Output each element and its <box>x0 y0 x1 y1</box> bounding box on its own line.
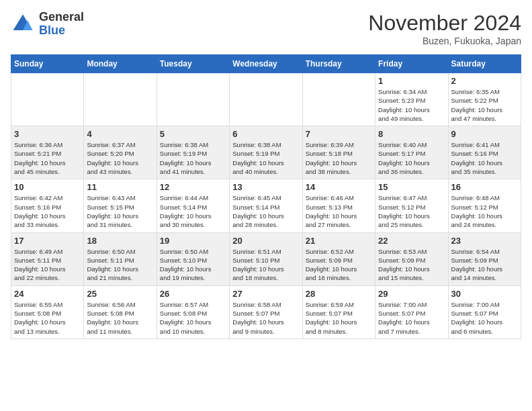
day-info: Sunrise: 6:47 AM Sunset: 5:12 PM Dayligh… <box>378 193 445 229</box>
day-info: Sunrise: 6:59 AM Sunset: 5:07 PM Dayligh… <box>306 300 372 336</box>
page-header: General Blue November 2024 Buzen, Fukuok… <box>11 11 521 46</box>
day-info: Sunrise: 6:38 AM Sunset: 5:19 PM Dayligh… <box>160 140 226 176</box>
day-number: 26 <box>160 289 226 299</box>
calendar-cell: 18Sunrise: 6:50 AM Sunset: 5:11 PM Dayli… <box>84 232 157 285</box>
day-info: Sunrise: 6:37 AM Sunset: 5:20 PM Dayligh… <box>87 140 153 176</box>
day-info: Sunrise: 6:41 AM Sunset: 5:16 PM Dayligh… <box>451 140 518 176</box>
calendar-col-header: Tuesday <box>157 55 229 73</box>
day-number: 24 <box>14 289 81 299</box>
day-info: Sunrise: 6:45 AM Sunset: 5:14 PM Dayligh… <box>232 193 299 229</box>
day-number: 19 <box>160 236 226 246</box>
day-info: Sunrise: 6:52 AM Sunset: 5:09 PM Dayligh… <box>306 247 372 283</box>
calendar-cell: 6Sunrise: 6:38 AM Sunset: 5:19 PM Daylig… <box>230 126 302 179</box>
day-info: Sunrise: 6:46 AM Sunset: 5:13 PM Dayligh… <box>306 193 372 229</box>
calendar-cell: 5Sunrise: 6:38 AM Sunset: 5:19 PM Daylig… <box>157 126 229 179</box>
logo-icon <box>11 12 35 36</box>
day-number: 5 <box>160 129 226 139</box>
location-subtitle: Buzen, Fukuoka, Japan <box>368 36 521 46</box>
day-number: 4 <box>87 129 153 139</box>
calendar-cell: 8Sunrise: 6:40 AM Sunset: 5:17 PM Daylig… <box>375 126 448 179</box>
day-number: 7 <box>306 129 372 139</box>
calendar-cell: 14Sunrise: 6:46 AM Sunset: 5:13 PM Dayli… <box>302 179 375 232</box>
day-info: Sunrise: 7:00 AM Sunset: 5:07 PM Dayligh… <box>378 300 445 336</box>
day-info: Sunrise: 6:36 AM Sunset: 5:21 PM Dayligh… <box>14 140 81 176</box>
calendar-cell <box>84 73 157 126</box>
calendar-cell: 17Sunrise: 6:49 AM Sunset: 5:11 PM Dayli… <box>11 232 84 285</box>
day-number: 17 <box>14 236 81 246</box>
day-number: 9 <box>451 129 518 139</box>
day-number: 30 <box>451 289 518 299</box>
day-number: 1 <box>378 76 445 86</box>
day-number: 3 <box>14 129 81 139</box>
calendar-col-header: Friday <box>375 55 448 73</box>
day-info: Sunrise: 6:57 AM Sunset: 5:08 PM Dayligh… <box>160 300 226 336</box>
title-block: November 2024 Buzen, Fukuoka, Japan <box>368 11 521 46</box>
day-number: 15 <box>378 182 445 192</box>
day-info: Sunrise: 6:58 AM Sunset: 5:07 PM Dayligh… <box>232 300 299 336</box>
calendar-col-header: Thursday <box>302 55 375 73</box>
day-info: Sunrise: 6:34 AM Sunset: 5:23 PM Dayligh… <box>378 87 445 123</box>
calendar-cell <box>157 73 229 126</box>
logo: General Blue <box>11 11 84 38</box>
day-info: Sunrise: 6:40 AM Sunset: 5:17 PM Dayligh… <box>378 140 445 176</box>
calendar-cell: 30Sunrise: 7:00 AM Sunset: 5:07 PM Dayli… <box>448 285 521 338</box>
day-info: Sunrise: 6:35 AM Sunset: 5:22 PM Dayligh… <box>451 87 518 123</box>
calendar-cell: 7Sunrise: 6:39 AM Sunset: 5:18 PM Daylig… <box>302 126 375 179</box>
calendar-cell: 24Sunrise: 6:55 AM Sunset: 5:08 PM Dayli… <box>11 285 84 338</box>
day-number: 14 <box>306 182 372 192</box>
day-number: 10 <box>14 182 81 192</box>
day-info: Sunrise: 6:38 AM Sunset: 5:19 PM Dayligh… <box>232 140 299 176</box>
calendar-cell: 23Sunrise: 6:54 AM Sunset: 5:09 PM Dayli… <box>448 232 521 285</box>
calendar-cell: 19Sunrise: 6:50 AM Sunset: 5:10 PM Dayli… <box>157 232 229 285</box>
day-info: Sunrise: 6:50 AM Sunset: 5:11 PM Dayligh… <box>87 247 153 283</box>
calendar-cell: 15Sunrise: 6:47 AM Sunset: 5:12 PM Dayli… <box>375 179 448 232</box>
calendar-cell: 4Sunrise: 6:37 AM Sunset: 5:20 PM Daylig… <box>84 126 157 179</box>
calendar-cell: 12Sunrise: 6:44 AM Sunset: 5:14 PM Dayli… <box>157 179 229 232</box>
calendar-cell: 27Sunrise: 6:58 AM Sunset: 5:07 PM Dayli… <box>230 285 302 338</box>
calendar-week-row: 24Sunrise: 6:55 AM Sunset: 5:08 PM Dayli… <box>11 285 521 338</box>
calendar-table: SundayMondayTuesdayWednesdayThursdayFrid… <box>11 54 521 339</box>
day-number: 16 <box>451 182 518 192</box>
calendar-week-row: 10Sunrise: 6:42 AM Sunset: 5:16 PM Dayli… <box>11 179 521 232</box>
month-title: November 2024 <box>368 11 521 36</box>
day-number: 18 <box>87 236 153 246</box>
day-info: Sunrise: 6:44 AM Sunset: 5:14 PM Dayligh… <box>160 193 226 229</box>
day-number: 22 <box>378 236 445 246</box>
calendar-cell: 13Sunrise: 6:45 AM Sunset: 5:14 PM Dayli… <box>230 179 302 232</box>
day-number: 21 <box>306 236 372 246</box>
day-info: Sunrise: 6:50 AM Sunset: 5:10 PM Dayligh… <box>160 247 226 283</box>
calendar-cell <box>11 73 84 126</box>
calendar-cell: 1Sunrise: 6:34 AM Sunset: 5:23 PM Daylig… <box>375 73 448 126</box>
day-number: 8 <box>378 129 445 139</box>
day-info: Sunrise: 6:43 AM Sunset: 5:15 PM Dayligh… <box>87 193 153 229</box>
day-number: 27 <box>232 289 299 299</box>
calendar-cell: 9Sunrise: 6:41 AM Sunset: 5:16 PM Daylig… <box>448 126 521 179</box>
day-info: Sunrise: 7:00 AM Sunset: 5:07 PM Dayligh… <box>451 300 518 336</box>
calendar-cell <box>302 73 375 126</box>
day-number: 23 <box>451 236 518 246</box>
logo-blue-text: Blue <box>39 24 65 37</box>
day-info: Sunrise: 6:53 AM Sunset: 5:09 PM Dayligh… <box>378 247 445 283</box>
day-number: 11 <box>87 182 153 192</box>
calendar-cell: 11Sunrise: 6:43 AM Sunset: 5:15 PM Dayli… <box>84 179 157 232</box>
calendar-week-row: 17Sunrise: 6:49 AM Sunset: 5:11 PM Dayli… <box>11 232 521 285</box>
calendar-header-row: SundayMondayTuesdayWednesdayThursdayFrid… <box>11 55 521 73</box>
calendar-week-row: 3Sunrise: 6:36 AM Sunset: 5:21 PM Daylig… <box>11 126 521 179</box>
day-number: 28 <box>306 289 372 299</box>
day-number: 6 <box>232 129 299 139</box>
calendar-cell: 16Sunrise: 6:48 AM Sunset: 5:12 PM Dayli… <box>448 179 521 232</box>
calendar-cell <box>230 73 302 126</box>
calendar-cell: 21Sunrise: 6:52 AM Sunset: 5:09 PM Dayli… <box>302 232 375 285</box>
calendar-cell: 10Sunrise: 6:42 AM Sunset: 5:16 PM Dayli… <box>11 179 84 232</box>
day-info: Sunrise: 6:56 AM Sunset: 5:08 PM Dayligh… <box>87 300 153 336</box>
day-number: 2 <box>451 76 518 86</box>
day-number: 29 <box>378 289 445 299</box>
calendar-cell: 22Sunrise: 6:53 AM Sunset: 5:09 PM Dayli… <box>375 232 448 285</box>
calendar-col-header: Wednesday <box>230 55 302 73</box>
calendar-col-header: Saturday <box>448 55 521 73</box>
day-number: 20 <box>232 236 299 246</box>
calendar-col-header: Monday <box>84 55 157 73</box>
day-number: 12 <box>160 182 226 192</box>
calendar-cell: 3Sunrise: 6:36 AM Sunset: 5:21 PM Daylig… <box>11 126 84 179</box>
calendar-cell: 25Sunrise: 6:56 AM Sunset: 5:08 PM Dayli… <box>84 285 157 338</box>
